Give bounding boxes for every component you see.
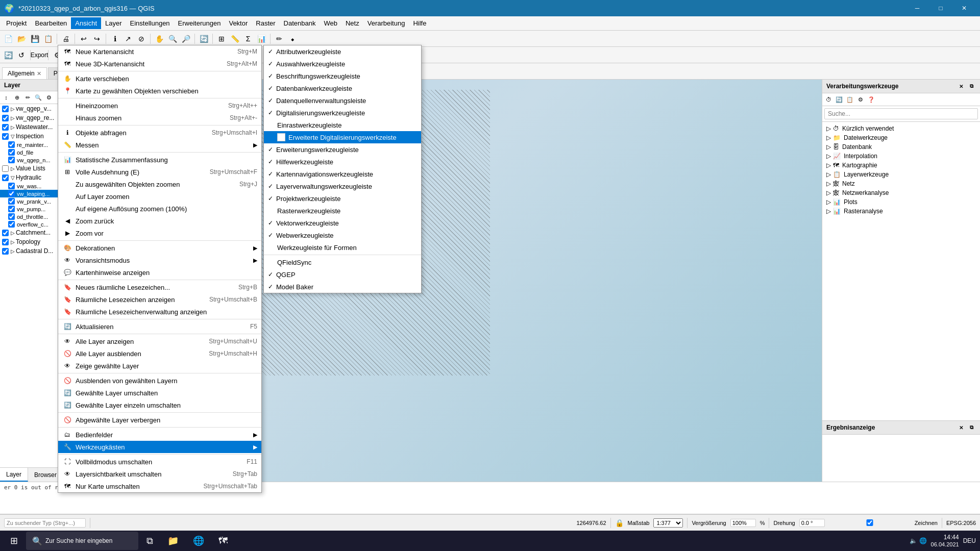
tb2-btn5[interactable]: 📍	[78, 49, 90, 61]
layer-tab[interactable]: Layer	[0, 468, 28, 482]
close-button[interactable]: ✕	[952, 0, 976, 16]
layer-toolbar-btn3[interactable]: ✏	[22, 92, 33, 103]
layer-check-topology[interactable]	[2, 239, 9, 245]
proc-group-recent[interactable]: ▷ ⏱ Kürzlich verwendet	[824, 124, 978, 133]
menu-datenbank[interactable]: Datenbank	[280, 17, 320, 29]
save-project-button[interactable]: 💾	[29, 33, 41, 45]
layer-item-od-throttle[interactable]: od_throttle...	[0, 213, 102, 220]
layer-group-vw-qgep-vw[interactable]: ▷ vw_qgep_v...	[0, 104, 102, 113]
type-search-input[interactable]	[4, 518, 86, 528]
node-tool-button[interactable]: ⬥	[286, 33, 299, 45]
menu-bearbeiten[interactable]: Bearbeiten	[31, 17, 71, 29]
layer-item-overflow[interactable]: overflow_c...	[0, 220, 102, 228]
proc-tb-btn4[interactable]: ⚙	[855, 94, 866, 105]
proc-group-layerwerkzeuge[interactable]: ▷ 📋 Layerwerkzeuge	[824, 170, 978, 179]
proc-group-rasteranalyse[interactable]: ▷ 📊 Rasteranalyse	[824, 207, 978, 216]
expand-hydraulic[interactable]: ▽	[11, 175, 15, 181]
tb2-export[interactable]: Export	[33, 49, 45, 61]
proc-tb-btn3[interactable]: 📋	[845, 94, 855, 105]
select-button[interactable]: ↗	[122, 33, 134, 45]
layer-check-vw-qgep-n[interactable]	[8, 157, 15, 163]
layer-check-cadastral[interactable]	[2, 248, 9, 255]
layer-item-vw-leaping[interactable]: vw_leaping...	[0, 190, 102, 197]
layer-group-wastewater[interactable]: ▷ Wastewater...	[0, 122, 102, 132]
results-close-btn[interactable]: ✕	[957, 423, 966, 432]
layer-toolbar-btn4[interactable]: 🔍	[33, 92, 43, 103]
open-project-button[interactable]: 📂	[15, 33, 28, 45]
attr-table-button[interactable]: 📊	[255, 33, 267, 45]
taskbar-browser[interactable]: 🌐	[187, 532, 210, 550]
proc-tb-btn1[interactable]: ⏱	[823, 94, 834, 105]
scale-select[interactable]: 1:377 1:500 1:1000	[653, 518, 683, 528]
identify-button[interactable]: ℹ	[109, 33, 121, 45]
tb2-btn10[interactable]: 📊	[144, 49, 156, 61]
layer-group-hydraulic[interactable]: ▽ Hydraulic	[0, 173, 102, 182]
expand-inspection[interactable]: ▽	[11, 134, 15, 139]
tb2-btn8[interactable]: 🗄	[117, 49, 130, 61]
proc-group-dateiwerkzeuge[interactable]: ▷ 📁 Dateiwerkzeuge	[824, 133, 978, 142]
task-view-button[interactable]: ⧉	[140, 532, 159, 550]
processing-float-btn[interactable]: ⧉	[967, 82, 976, 91]
expand-cadastral[interactable]: ▷	[11, 248, 15, 254]
layer-toolbar-btn1[interactable]: ↕	[1, 92, 11, 103]
tb2-btn2[interactable]: ↺	[15, 49, 28, 61]
refresh-button[interactable]: 🔄	[198, 33, 210, 45]
layer-check-wastewater[interactable]	[2, 124, 9, 131]
tb2-btn7[interactable]: 📋	[104, 49, 116, 61]
render-checkbox[interactable]	[829, 519, 911, 526]
proc-group-kartographie[interactable]: ▷ 🗺 Kartographie	[824, 161, 978, 170]
tb2-btn1[interactable]: 🔄	[2, 49, 14, 61]
tb2-btn9[interactable]: 🐍	[131, 49, 143, 61]
layer-check-vw-was[interactable]	[8, 183, 15, 189]
start-button[interactable]: ⊞	[4, 532, 24, 550]
layer-check-hydraulic[interactable]	[2, 174, 9, 181]
expand-catchment[interactable]: ▷	[11, 230, 15, 236]
layer-check-vw-leaping[interactable]	[8, 190, 15, 197]
deselect-button[interactable]: ⊘	[135, 33, 148, 45]
zoom-out-button[interactable]: 🔎	[180, 33, 192, 45]
expand-topology[interactable]: ▷	[11, 239, 15, 245]
proc-group-plots[interactable]: ▷ 📊 Plots	[824, 197, 978, 207]
maximize-button[interactable]: □	[929, 0, 952, 16]
layer-group-topology[interactable]: ▷ Topology	[0, 237, 102, 246]
layer-group-inspection[interactable]: ▽ Inspection	[0, 132, 102, 141]
log-tab-postgis[interactable]: PostGIS ✕	[48, 67, 89, 79]
layer-group-value-lists[interactable]: ▷ Value Lists	[0, 164, 102, 173]
taskbar-qgis[interactable]: 🗺	[212, 532, 234, 550]
proc-group-netz[interactable]: ▷ 🕸 Netz	[824, 179, 978, 188]
layer-check-overflow[interactable]	[8, 221, 15, 228]
layer-item-vw-was[interactable]: vw_was...	[0, 182, 102, 190]
digitize-button[interactable]: ✏	[273, 33, 285, 45]
menu-netz[interactable]: Netz	[341, 17, 363, 29]
search-input[interactable]	[824, 108, 978, 119]
tb2-btn11[interactable]: ❓	[157, 49, 169, 61]
layer-check-catchment[interactable]	[2, 230, 9, 236]
layer-check-vw-prank[interactable]	[8, 198, 15, 205]
layer-check-od-throttle[interactable]	[8, 213, 15, 220]
menu-hilfe[interactable]: Hilfe	[409, 17, 430, 29]
processing-close-btn[interactable]: ✕	[957, 82, 966, 91]
stats-button[interactable]: Σ	[242, 33, 254, 45]
menu-verarbeitung[interactable]: Verarbeitung	[363, 17, 409, 29]
layer-group-catchment[interactable]: ▷ Catchment...	[0, 228, 102, 237]
log-tab-postgis-close[interactable]: ✕	[78, 70, 83, 77]
layer-check-vw-qgep-re[interactable]	[2, 115, 9, 121]
menu-projekt[interactable]: Projekt	[2, 17, 31, 29]
layer-toolbar-btn2[interactable]: ⊕	[12, 92, 22, 103]
browser-tab[interactable]: Browser	[28, 468, 63, 482]
layer-check-value-lists[interactable]	[2, 165, 9, 172]
layer-item-re-mainter[interactable]: re_mainter...	[0, 141, 102, 148]
tb2-btn3[interactable]: ⚙	[51, 49, 63, 61]
menu-web[interactable]: Web	[320, 17, 341, 29]
log-tab-allgemein[interactable]: Allgemein ✕	[2, 67, 47, 79]
print-button[interactable]: 🖨	[60, 33, 72, 45]
log-tab-allgemein-close[interactable]: ✕	[37, 70, 41, 77]
expand-wastewater[interactable]: ▷	[11, 124, 15, 130]
layer-toggle-button[interactable]: ⊞	[215, 33, 228, 45]
layer-check-re-mainter[interactable]	[8, 141, 15, 148]
search-taskbar[interactable]: 🔍 Zur Suche hier eingeben	[26, 532, 138, 550]
undo-button[interactable]: ↩	[78, 33, 90, 45]
layer-item-vw-pump[interactable]: vw_pump...	[0, 205, 102, 213]
layer-toolbar-btn5[interactable]: ⚙	[44, 92, 54, 103]
menu-vektor[interactable]: Vektor	[225, 17, 252, 29]
